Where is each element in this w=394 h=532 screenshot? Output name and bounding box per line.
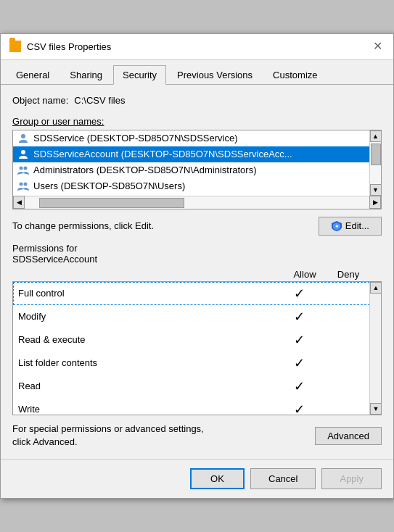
tab-previous-versions[interactable]: Previous Versions xyxy=(168,65,262,85)
user-item[interactable]: Administrators (DESKTOP-SD85O7N\Administ… xyxy=(13,162,381,178)
title-bar-left: CSV files Properties xyxy=(9,41,111,52)
folder-icon xyxy=(9,41,21,52)
tab-customize[interactable]: Customize xyxy=(263,65,327,85)
group-label: Group or user names: xyxy=(12,116,382,127)
checkmark-icon: ✓ xyxy=(294,333,305,347)
svg-point-2 xyxy=(20,166,23,170)
users-icon xyxy=(17,165,29,176)
user-icon xyxy=(17,133,29,144)
svg-point-1 xyxy=(21,150,25,154)
tab-security[interactable]: Security xyxy=(113,65,166,85)
scroll-down-arrow[interactable]: ▼ xyxy=(370,184,382,196)
edit-button[interactable]: ✦ Edit... xyxy=(319,217,382,236)
permission-name: Write xyxy=(18,404,277,415)
change-permissions-text: To change permissions, click Edit. xyxy=(12,220,154,231)
advanced-text: For special permissions or advanced sett… xyxy=(12,423,204,449)
object-name-label: Object name: xyxy=(12,95,68,106)
group-label-underlined: G xyxy=(12,116,20,127)
tab-sharing[interactable]: Sharing xyxy=(60,65,112,85)
permissions-scrollbar[interactable]: ▲ ▼ xyxy=(369,282,381,415)
scroll-right-arrow[interactable]: ▶ xyxy=(369,196,381,209)
scroll-track-v[interactable] xyxy=(370,142,381,184)
permission-allow: ✓ xyxy=(277,355,321,371)
user-name: Users (DESKTOP-SD85O7N\Users) xyxy=(33,180,185,191)
apply-button[interactable]: Apply xyxy=(321,468,382,489)
permission-allow: ✓ xyxy=(277,332,321,348)
permission-name: List folder contents xyxy=(18,357,277,368)
scroll-up-arrow[interactable]: ▲ xyxy=(370,130,382,142)
tab-bar: General Sharing Security Previous Versio… xyxy=(1,60,393,85)
permission-item[interactable]: List folder contents ✓ xyxy=(13,352,381,375)
object-name-row: Object name: C:\CSV files xyxy=(12,95,382,106)
permission-item[interactable]: Full control ✓ xyxy=(13,282,381,305)
permissions-header: Permissions for SDSServiceAccount xyxy=(12,243,382,265)
perm-scroll-up[interactable]: ▲ xyxy=(370,282,382,294)
edit-button-label: Edit... xyxy=(345,220,369,231)
permission-item[interactable]: Write ✓ xyxy=(13,398,381,415)
scroll-track-h[interactable] xyxy=(25,196,369,209)
user-item[interactable]: SDSService (DESKTOP-SD85O7N\SDSService) xyxy=(13,130,381,146)
advanced-text-line1: For special permissions or advanced sett… xyxy=(12,423,204,434)
user-icon xyxy=(17,149,29,160)
scroll-left-arrow[interactable]: ◀ xyxy=(13,196,25,209)
permission-item[interactable]: Read ✓ xyxy=(13,375,381,398)
scroll-thumb-h[interactable] xyxy=(39,198,184,208)
user-name: Administrators (DESKTOP-SD85O7N\Administ… xyxy=(33,165,257,175)
svg-text:✦: ✦ xyxy=(335,223,340,230)
change-permissions-row: To change permissions, click Edit. ✦ Edi… xyxy=(12,217,382,236)
user-name: SDSService (DESKTOP-SD85O7N\SDSService) xyxy=(33,133,238,144)
group-label-rest: roup or user names: xyxy=(20,116,104,127)
advanced-row: For special permissions or advanced sett… xyxy=(12,423,382,449)
close-button[interactable]: ✕ xyxy=(370,39,385,54)
checkmark-icon: ✓ xyxy=(294,286,305,301)
permission-item[interactable]: Modify ✓ xyxy=(13,305,381,328)
scrollbar-horizontal[interactable]: ◀ ▶ xyxy=(13,196,381,209)
permissions-for-name: SDSServiceAccount xyxy=(12,254,97,265)
button-row: OK Cancel Apply xyxy=(1,459,393,498)
ok-button[interactable]: OK xyxy=(190,468,245,489)
shield-icon: ✦ xyxy=(331,220,342,232)
perm-scroll-down[interactable]: ▼ xyxy=(370,403,382,415)
scroll-thumb-v[interactable] xyxy=(371,144,381,165)
permission-allow: ✓ xyxy=(277,378,321,394)
user-item[interactable]: SDSServiceAccount (DESKTOP-SD85O7N\SDSSe… xyxy=(13,146,381,162)
dialog-title: CSV files Properties xyxy=(27,41,111,52)
users-list-inner: SDSService (DESKTOP-SD85O7N\SDSService) … xyxy=(13,130,381,196)
users-list[interactable]: SDSService (DESKTOP-SD85O7N\SDSService) … xyxy=(12,130,382,209)
advanced-button[interactable]: Advanced xyxy=(315,427,382,445)
object-name-value: C:\CSV files xyxy=(74,95,125,106)
checkmark-icon: ✓ xyxy=(294,379,305,394)
users-icon xyxy=(17,180,29,192)
checkmark-icon: ✓ xyxy=(294,402,305,415)
scrollbar-vertical[interactable]: ▲ ▼ xyxy=(369,130,381,196)
user-name: SDSServiceAccount (DESKTOP-SD85O7N\SDSSe… xyxy=(33,149,292,159)
tab-general[interactable]: General xyxy=(7,65,59,85)
svg-point-5 xyxy=(24,182,28,186)
permissions-for-label: Permissions for xyxy=(12,243,78,254)
svg-point-4 xyxy=(20,182,23,186)
cancel-button[interactable]: Cancel xyxy=(250,468,316,489)
perm-name-header xyxy=(17,269,283,280)
permission-allow: ✓ xyxy=(277,309,321,325)
dialog-window: CSV files Properties ✕ General Sharing S… xyxy=(0,33,394,499)
permissions-list[interactable]: Full control ✓ Modify ✓ Read & execute ✓… xyxy=(12,281,382,415)
checkmark-icon: ✓ xyxy=(294,356,305,370)
permissions-table-header: Allow Deny xyxy=(12,267,382,281)
permission-name: Read xyxy=(18,381,277,391)
permission-item[interactable]: Read & execute ✓ xyxy=(13,328,381,352)
perm-allow-header: Allow xyxy=(283,269,327,280)
users-list-wrapper: SDSService (DESKTOP-SD85O7N\SDSService) … xyxy=(12,130,382,209)
permission-name: Modify xyxy=(18,311,277,322)
permission-allow: ✓ xyxy=(277,286,321,302)
svg-point-3 xyxy=(24,166,28,170)
svg-point-0 xyxy=(21,134,25,138)
tab-content: Object name: C:\CSV files Group or user … xyxy=(1,85,393,459)
user-item[interactable]: Users (DESKTOP-SD85O7N\Users) xyxy=(13,178,381,194)
permission-name: Full control xyxy=(18,288,277,299)
permission-name: Read & execute xyxy=(18,334,277,345)
perm-deny-header: Deny xyxy=(327,269,370,280)
checkmark-icon: ✓ xyxy=(294,309,305,324)
advanced-text-line2: click Advanced. xyxy=(12,436,78,447)
permission-allow: ✓ xyxy=(277,402,321,415)
title-bar: CSV files Properties ✕ xyxy=(1,34,393,60)
